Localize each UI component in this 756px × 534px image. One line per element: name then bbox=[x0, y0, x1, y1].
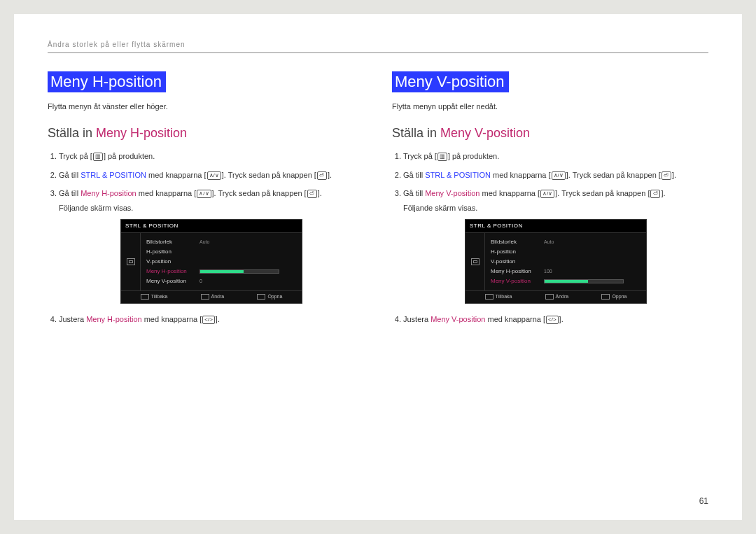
highlight: Meny V-position bbox=[430, 315, 485, 323]
text: ] på produkten. bbox=[104, 152, 155, 160]
highlight: Meny H-position bbox=[86, 315, 141, 323]
text: ]. Tryck sedan på knappen [ bbox=[566, 171, 661, 179]
highlight: STRL & POSITION bbox=[425, 171, 491, 179]
slider-track bbox=[544, 279, 624, 283]
section-desc-h: Flytta menyn åt vänster eller höger. bbox=[48, 102, 364, 111]
text: Tryck på [ bbox=[403, 152, 437, 160]
osd-screenshot-v: STRL & POSITION BildstorlekAuto H-positi… bbox=[465, 219, 647, 304]
subhead-accent: Meny H-position bbox=[96, 126, 187, 140]
enter-icon: ⏎ bbox=[650, 190, 660, 198]
text: Följande skärm visas. bbox=[403, 202, 708, 214]
label: Meny H-position bbox=[146, 267, 195, 276]
osd-screenshot-h: STRL & POSITION BildstorlekAuto H-positi… bbox=[120, 219, 302, 304]
section-title-h: Meny H-position bbox=[48, 71, 166, 92]
osd-body: BildstorlekAuto H-position V-position Me… bbox=[465, 233, 646, 290]
text: ]. bbox=[318, 189, 322, 197]
step-2: Gå till STRL & POSITION med knapparna [∧… bbox=[59, 169, 364, 181]
osd-row: Meny H-position100 bbox=[491, 267, 640, 276]
osd-row-active: Meny H-position bbox=[146, 267, 296, 276]
osd-rows: BildstorlekAuto H-position V-position Me… bbox=[485, 233, 646, 290]
text: Gå till bbox=[403, 171, 425, 179]
value: Auto bbox=[544, 239, 554, 246]
slider-track bbox=[200, 269, 279, 274]
section-desc-v: Flytta menyn uppåt eller nedåt. bbox=[392, 102, 708, 111]
footer-back: Tillbaka bbox=[141, 293, 168, 301]
osd-rows: BildstorlekAuto H-position V-position Me… bbox=[141, 233, 302, 290]
text: med knapparna [ bbox=[146, 171, 206, 179]
osd-row: H-position bbox=[146, 247, 296, 257]
osd-row: BildstorlekAuto bbox=[491, 237, 640, 247]
osd-footer: Tillbaka Ändra Öppna bbox=[465, 290, 646, 303]
column-right: Meny V-position Flytta menyn uppåt eller… bbox=[392, 71, 708, 332]
column-left: Meny H-position Flytta menyn åt vänster … bbox=[48, 71, 364, 332]
osd-row: BildstorlekAuto bbox=[146, 237, 296, 247]
footer-open: Öppna bbox=[257, 293, 282, 301]
text: med knapparna [ bbox=[485, 315, 545, 323]
text: ]. bbox=[216, 315, 220, 323]
text: ]. bbox=[559, 315, 564, 323]
text: Tryck på [ bbox=[59, 152, 92, 160]
osd-row: V-position bbox=[146, 257, 296, 267]
step-1: Tryck på [▥] på produkten. bbox=[59, 150, 364, 162]
text: Följande skärm visas. bbox=[59, 202, 364, 214]
text: ]. bbox=[661, 189, 665, 197]
text: med knapparna [ bbox=[491, 171, 551, 179]
step-4: Justera Meny V-position med knapparna [<… bbox=[403, 314, 708, 325]
value: Auto bbox=[200, 239, 209, 246]
page-number: 61 bbox=[699, 496, 708, 506]
footer-change: Ändra bbox=[201, 293, 225, 301]
highlight: Meny H-position bbox=[80, 189, 136, 197]
subhead-prefix: Ställa in bbox=[48, 126, 96, 140]
value: 100 bbox=[544, 268, 552, 276]
menu-icon: ▥ bbox=[93, 153, 103, 161]
slider-fill bbox=[200, 270, 244, 273]
footer-back: Tillbaka bbox=[485, 293, 512, 301]
subheading-h: Ställa in Meny H-position bbox=[48, 126, 364, 141]
enter-icon: ⏎ bbox=[662, 171, 671, 180]
slider-fill bbox=[545, 280, 588, 283]
enter-icon: ⏎ bbox=[317, 171, 327, 180]
osd-title: STRL & POSITION bbox=[465, 220, 646, 233]
label: V-position bbox=[146, 258, 195, 266]
footer-change: Ändra bbox=[545, 293, 569, 301]
label: Meny H-position bbox=[491, 267, 540, 276]
leftright-icon: </> bbox=[202, 316, 215, 324]
osd-row: Meny V-position0 bbox=[146, 276, 296, 286]
text: ]. Tryck sedan på knappen [ bbox=[222, 171, 316, 179]
text: Justera bbox=[59, 315, 86, 323]
text: Gå till bbox=[59, 171, 80, 179]
osd-sidebar bbox=[465, 233, 485, 290]
manual-page: Ändra storlek på eller flytta skärmen Me… bbox=[14, 14, 742, 520]
label: V-position bbox=[491, 258, 540, 266]
osd-row: H-position bbox=[491, 247, 640, 257]
osd-sidebar bbox=[121, 233, 141, 290]
section-title-v: Meny V-position bbox=[392, 71, 509, 92]
text: Gå till bbox=[403, 189, 425, 197]
enter-icon: ⏎ bbox=[307, 190, 317, 198]
text: ]. Tryck sedan på knappen [ bbox=[212, 189, 307, 197]
two-column-layout: Meny H-position Flytta menyn åt vänster … bbox=[48, 71, 708, 332]
updown-icon: ∧/∨ bbox=[552, 171, 566, 180]
position-icon bbox=[127, 258, 135, 265]
updown-icon: ∧/∨ bbox=[197, 190, 211, 198]
footer-open: Öppna bbox=[601, 293, 626, 301]
subhead-accent: Meny V-position bbox=[440, 126, 530, 140]
value: 0 bbox=[200, 278, 202, 286]
osd-row: V-position bbox=[491, 257, 640, 267]
text: ]. bbox=[328, 171, 332, 179]
osd-footer: Tillbaka Ändra Öppna bbox=[121, 290, 302, 303]
text: Gå till bbox=[59, 189, 80, 197]
text: med knapparna [ bbox=[142, 315, 202, 323]
steps-list-h: Tryck på [▥] på produkten. Gå till STRL … bbox=[48, 150, 364, 325]
updown-icon: ∧/∨ bbox=[540, 190, 554, 198]
text: med knapparna [ bbox=[479, 189, 540, 197]
step-1: Tryck på [▥] på produkten. bbox=[403, 150, 708, 162]
osd-body: BildstorlekAuto H-position V-position Me… bbox=[121, 233, 302, 290]
osd-row-active: Meny V-position bbox=[491, 276, 640, 286]
text: Justera bbox=[403, 315, 430, 323]
label: H-position bbox=[491, 248, 540, 256]
divider bbox=[48, 52, 708, 53]
menu-icon: ▥ bbox=[438, 153, 447, 161]
leftright-icon: </> bbox=[546, 316, 559, 324]
step-2: Gå till STRL & POSITION med knapparna [∧… bbox=[403, 169, 708, 181]
